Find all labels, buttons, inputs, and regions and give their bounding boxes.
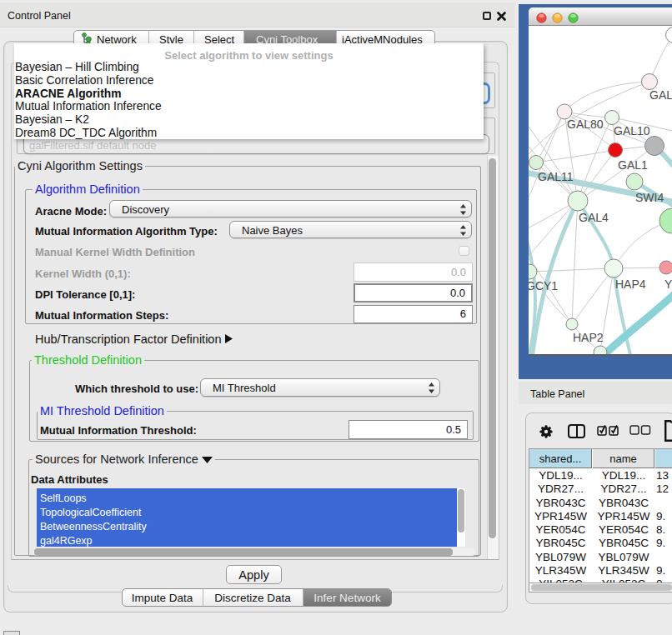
svg-text:SWI4: SWI4 <box>635 191 664 204</box>
svg-text:GCY1: GCY1 <box>529 279 558 292</box>
svg-text:GAL80: GAL80 <box>567 118 604 131</box>
svg-text:HAP2: HAP2 <box>573 331 604 344</box>
svg-text:GAL7: GAL7 <box>649 88 672 102</box>
svg-text:GAL11: GAL11 <box>538 170 574 183</box>
svg-text:GAL10: GAL10 <box>614 124 650 138</box>
svg-text:GAL1: GAL1 <box>618 158 648 172</box>
svg-text:Y: Y <box>664 278 672 291</box>
svg-text:HAP4: HAP4 <box>615 278 646 291</box>
svg-text:GAL4: GAL4 <box>579 211 609 224</box>
